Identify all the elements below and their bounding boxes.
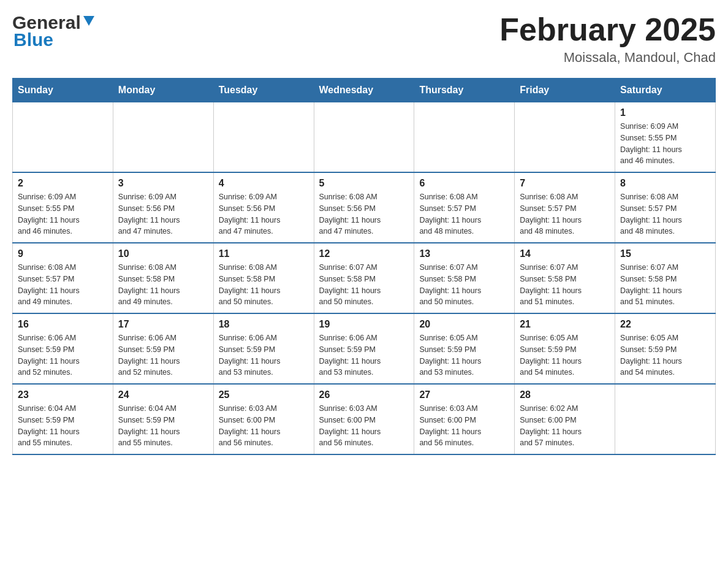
day-number: 22: [620, 319, 710, 330]
col-sunday: Sunday: [13, 79, 113, 102]
day-number: 24: [118, 389, 208, 400]
day-info: Sunrise: 6:08 AM Sunset: 5:57 PM Dayligh…: [419, 191, 509, 237]
day-info: Sunrise: 6:09 AM Sunset: 5:55 PM Dayligh…: [18, 191, 108, 237]
day-number: 27: [419, 389, 509, 400]
day-number: 6: [419, 178, 509, 189]
table-row: 27Sunrise: 6:03 AM Sunset: 6:00 PM Dayli…: [414, 384, 515, 454]
day-number: 10: [118, 248, 208, 259]
table-row: 3Sunrise: 6:09 AM Sunset: 5:56 PM Daylig…: [113, 172, 213, 243]
table-row: 9Sunrise: 6:08 AM Sunset: 5:57 PM Daylig…: [13, 243, 113, 313]
col-tuesday: Tuesday: [213, 79, 314, 102]
table-row: 19Sunrise: 6:06 AM Sunset: 5:59 PM Dayli…: [314, 313, 414, 384]
table-row: 7Sunrise: 6:08 AM Sunset: 5:57 PM Daylig…: [515, 172, 615, 243]
calendar-week-row: 16Sunrise: 6:06 AM Sunset: 5:59 PM Dayli…: [13, 313, 716, 384]
table-row: 12Sunrise: 6:07 AM Sunset: 5:58 PM Dayli…: [314, 243, 414, 313]
table-row: 21Sunrise: 6:05 AM Sunset: 5:59 PM Dayli…: [515, 313, 615, 384]
day-info: Sunrise: 6:03 AM Sunset: 6:00 PM Dayligh…: [219, 403, 309, 449]
day-info: Sunrise: 6:04 AM Sunset: 5:59 PM Dayligh…: [18, 403, 108, 449]
table-row: 20Sunrise: 6:05 AM Sunset: 5:59 PM Dayli…: [414, 313, 515, 384]
table-row: 24Sunrise: 6:04 AM Sunset: 5:59 PM Dayli…: [113, 384, 213, 454]
calendar-subtitle: Moissala, Mandoul, Chad: [499, 50, 716, 66]
table-row: 1Sunrise: 6:09 AM Sunset: 5:55 PM Daylig…: [615, 102, 716, 173]
col-thursday: Thursday: [414, 79, 515, 102]
table-row: 23Sunrise: 6:04 AM Sunset: 5:59 PM Dayli…: [13, 384, 113, 454]
day-info: Sunrise: 6:03 AM Sunset: 6:00 PM Dayligh…: [419, 403, 509, 449]
table-row: 2Sunrise: 6:09 AM Sunset: 5:55 PM Daylig…: [13, 172, 113, 243]
table-row: 28Sunrise: 6:02 AM Sunset: 6:00 PM Dayli…: [515, 384, 615, 454]
day-number: 7: [520, 178, 610, 189]
day-info: Sunrise: 6:06 AM Sunset: 5:59 PM Dayligh…: [219, 332, 309, 378]
day-info: Sunrise: 6:07 AM Sunset: 5:58 PM Dayligh…: [319, 262, 409, 308]
calendar-week-row: 2Sunrise: 6:09 AM Sunset: 5:55 PM Daylig…: [13, 172, 716, 243]
day-number: 14: [520, 248, 610, 259]
table-row: 4Sunrise: 6:09 AM Sunset: 5:56 PM Daylig…: [213, 172, 314, 243]
day-number: 25: [219, 389, 309, 400]
table-row: 11Sunrise: 6:08 AM Sunset: 5:58 PM Dayli…: [213, 243, 314, 313]
day-number: 23: [18, 389, 108, 400]
day-number: 20: [419, 319, 509, 330]
day-info: Sunrise: 6:09 AM Sunset: 5:56 PM Dayligh…: [118, 191, 208, 237]
table-row: 5Sunrise: 6:08 AM Sunset: 5:56 PM Daylig…: [314, 172, 414, 243]
table-row: 16Sunrise: 6:06 AM Sunset: 5:59 PM Dayli…: [13, 313, 113, 384]
table-row: [314, 102, 414, 173]
day-info: Sunrise: 6:03 AM Sunset: 6:00 PM Dayligh…: [319, 403, 409, 449]
day-number: 21: [520, 319, 610, 330]
day-number: 15: [620, 248, 710, 259]
day-info: Sunrise: 6:09 AM Sunset: 5:55 PM Dayligh…: [620, 121, 710, 167]
day-info: Sunrise: 6:07 AM Sunset: 5:58 PM Dayligh…: [520, 262, 610, 308]
table-row: 13Sunrise: 6:07 AM Sunset: 5:58 PM Dayli…: [414, 243, 515, 313]
table-row: 26Sunrise: 6:03 AM Sunset: 6:00 PM Dayli…: [314, 384, 414, 454]
day-number: 5: [319, 178, 409, 189]
day-number: 11: [219, 248, 309, 259]
calendar-header-row: Sunday Monday Tuesday Wednesday Thursday…: [13, 79, 716, 102]
table-row: [13, 102, 113, 173]
day-number: 16: [18, 319, 108, 330]
day-info: Sunrise: 6:02 AM Sunset: 6:00 PM Dayligh…: [520, 403, 610, 449]
col-friday: Friday: [515, 79, 615, 102]
col-wednesday: Wednesday: [314, 79, 414, 102]
day-info: Sunrise: 6:07 AM Sunset: 5:58 PM Dayligh…: [620, 262, 710, 308]
table-row: [213, 102, 314, 173]
table-row: 10Sunrise: 6:08 AM Sunset: 5:58 PM Dayli…: [113, 243, 213, 313]
table-row: 17Sunrise: 6:06 AM Sunset: 5:59 PM Dayli…: [113, 313, 213, 384]
day-number: 28: [520, 389, 610, 400]
day-number: 1: [620, 107, 710, 118]
day-number: 8: [620, 178, 710, 189]
day-number: 18: [219, 319, 309, 330]
logo-blue-text: Blue: [13, 29, 53, 50]
day-info: Sunrise: 6:08 AM Sunset: 5:57 PM Dayligh…: [520, 191, 610, 237]
table-row: 25Sunrise: 6:03 AM Sunset: 6:00 PM Dayli…: [213, 384, 314, 454]
svg-marker-0: [83, 16, 94, 26]
day-info: Sunrise: 6:04 AM Sunset: 5:59 PM Dayligh…: [118, 403, 208, 449]
day-info: Sunrise: 6:05 AM Sunset: 5:59 PM Dayligh…: [520, 332, 610, 378]
day-number: 17: [118, 319, 208, 330]
day-info: Sunrise: 6:08 AM Sunset: 5:57 PM Dayligh…: [620, 191, 710, 237]
day-info: Sunrise: 6:08 AM Sunset: 5:56 PM Dayligh…: [319, 191, 409, 237]
day-info: Sunrise: 6:08 AM Sunset: 5:58 PM Dayligh…: [219, 262, 309, 308]
calendar-table: Sunday Monday Tuesday Wednesday Thursday…: [12, 78, 716, 455]
day-number: 13: [419, 248, 509, 259]
table-row: [113, 102, 213, 173]
day-number: 9: [18, 248, 108, 259]
table-row: 22Sunrise: 6:05 AM Sunset: 5:59 PM Dayli…: [615, 313, 716, 384]
table-row: [515, 102, 615, 173]
day-info: Sunrise: 6:08 AM Sunset: 5:58 PM Dayligh…: [118, 262, 208, 308]
day-number: 12: [319, 248, 409, 259]
col-saturday: Saturday: [615, 79, 716, 102]
day-info: Sunrise: 6:05 AM Sunset: 5:59 PM Dayligh…: [419, 332, 509, 378]
calendar-week-row: 23Sunrise: 6:04 AM Sunset: 5:59 PM Dayli…: [13, 384, 716, 454]
day-number: 26: [319, 389, 409, 400]
logo: General Blue: [12, 12, 96, 50]
table-row: 14Sunrise: 6:07 AM Sunset: 5:58 PM Dayli…: [515, 243, 615, 313]
day-info: Sunrise: 6:06 AM Sunset: 5:59 PM Dayligh…: [319, 332, 409, 378]
page-header: General Blue February 2025 Moissala, Man…: [12, 12, 716, 66]
table-row: [615, 384, 716, 454]
day-info: Sunrise: 6:05 AM Sunset: 5:59 PM Dayligh…: [620, 332, 710, 378]
calendar-title-block: February 2025 Moissala, Mandoul, Chad: [499, 12, 716, 66]
table-row: [414, 102, 515, 173]
calendar-title: February 2025: [499, 12, 716, 47]
day-number: 2: [18, 178, 108, 189]
day-number: 4: [219, 178, 309, 189]
day-info: Sunrise: 6:08 AM Sunset: 5:57 PM Dayligh…: [18, 262, 108, 308]
table-row: 6Sunrise: 6:08 AM Sunset: 5:57 PM Daylig…: [414, 172, 515, 243]
